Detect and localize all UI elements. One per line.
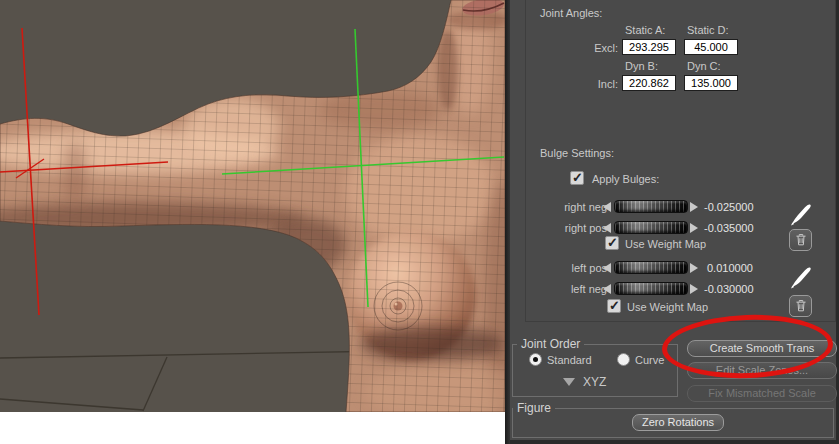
excl-label: Excl: — [568, 42, 618, 54]
arrow-right-icon[interactable] — [690, 263, 698, 273]
use-weight-map-left-checkbox[interactable] — [607, 299, 621, 313]
static-a-header: Static A: — [625, 24, 665, 36]
dyn-c-input[interactable] — [684, 75, 738, 91]
slider-label-left-neg: left neg — [528, 283, 607, 295]
static-a-input[interactable] — [622, 39, 676, 55]
slider-label-right-pos: right pos — [528, 222, 607, 234]
figure-body — [0, 0, 505, 412]
fix-mismatched-scale-button: Fix Mismatched Scale — [687, 385, 837, 402]
radio-standard-label: Standard — [547, 354, 592, 366]
chevron-down-icon[interactable] — [563, 378, 575, 386]
slider-value-left-neg: -0.030000 — [704, 283, 754, 295]
rotation-order-dropdown[interactable]: XYZ — [583, 375, 606, 389]
slider-right-pos[interactable] — [614, 221, 688, 234]
incl-label: Incl: — [568, 78, 618, 90]
arrow-right-icon[interactable] — [690, 284, 698, 294]
zero-rotations-button[interactable]: Zero Rotations — [632, 414, 724, 431]
slider-label-left-pos: left pos — [528, 262, 607, 274]
use-weight-map-right-label: Use Weight Map — [625, 238, 706, 250]
slider-left-pos[interactable] — [614, 261, 688, 274]
arrow-left-icon[interactable] — [603, 284, 611, 294]
radio-standard[interactable] — [529, 353, 542, 366]
wireframe-mesh — [0, 0, 505, 412]
joint-order-title: Joint Order — [517, 337, 584, 351]
delete-weight-map-left-button[interactable] — [789, 295, 812, 317]
slider-value-right-pos: -0.035000 — [704, 222, 754, 234]
apply-bulges-checkbox[interactable] — [570, 171, 584, 185]
apply-bulges-label: Apply Bulges: — [592, 173, 659, 185]
trash-icon — [794, 233, 808, 247]
create-smooth-trans-button[interactable]: Create Smooth Trans — [687, 340, 837, 357]
slider-value-right-neg: -0.025000 — [704, 201, 754, 213]
arrow-right-icon[interactable] — [690, 223, 698, 233]
joint-order-group: Joint Order Standard Curve XYZ — [512, 344, 678, 397]
slider-value-left-pos: 0.010000 — [707, 262, 753, 274]
radio-curve[interactable] — [617, 353, 630, 366]
joint-angles-title: Joint Angles: — [540, 7, 602, 19]
static-d-header: Static D: — [687, 24, 729, 36]
radio-curve-label: Curve — [635, 354, 664, 366]
viewport-3d[interactable] — [0, 0, 505, 412]
dyn-b-header: Dyn B: — [625, 60, 658, 72]
slider-left-neg[interactable] — [614, 282, 688, 295]
dyn-c-header: Dyn C: — [687, 60, 721, 72]
paintbrush-icon[interactable] — [789, 203, 813, 227]
use-weight-map-right-checkbox[interactable] — [605, 236, 619, 250]
static-d-input[interactable] — [684, 39, 738, 55]
use-weight-map-left-label: Use Weight Map — [627, 301, 708, 313]
arrow-left-icon[interactable] — [603, 223, 611, 233]
app-window: Joint Angles: Static A: Static D: Excl: … — [0, 0, 839, 444]
joint-editor-panel: Joint Angles: Static A: Static D: Excl: … — [510, 0, 839, 444]
slider-right-neg[interactable] — [614, 200, 688, 213]
bottom-blank-area — [0, 412, 505, 444]
arrow-right-icon[interactable] — [690, 202, 698, 212]
figure-title: Figure — [513, 401, 555, 415]
trash-icon — [794, 299, 808, 313]
delete-weight-map-right-button[interactable] — [789, 229, 812, 251]
paintbrush-icon[interactable] — [789, 266, 813, 290]
bulge-settings-title: Bulge Settings: — [540, 147, 614, 159]
figure-render — [0, 0, 505, 412]
arrow-left-icon[interactable] — [603, 263, 611, 273]
slider-label-right-neg: right neg — [528, 201, 607, 213]
edit-scale-zones-button: Edit Scale Zones... — [687, 362, 837, 379]
dyn-b-input[interactable] — [622, 75, 676, 91]
arrow-left-icon[interactable] — [603, 202, 611, 212]
